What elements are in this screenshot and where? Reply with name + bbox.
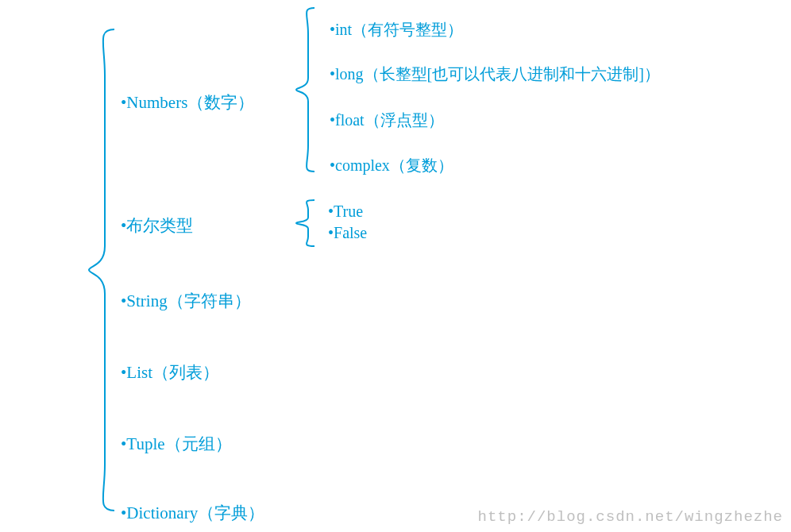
numbers-complex: •complex（复数）: [330, 155, 453, 176]
bool-true: •True: [328, 202, 363, 221]
bool-false: •False: [328, 224, 367, 242]
numbers-float: •float（浮点型）: [330, 110, 444, 131]
level1-numbers: •Numbers（数字）: [121, 91, 254, 114]
level1-dictionary: •Dictionary（字典）: [121, 502, 264, 524]
level1-string: •String（字符串）: [121, 290, 251, 312]
watermark: http://blog.csdn.net/wingzhezhe: [478, 508, 783, 526]
level1-list: •List（列表）: [121, 361, 219, 384]
brace-numbers: [294, 6, 316, 173]
brace-boolean: [294, 199, 316, 248]
level1-boolean: •布尔类型: [121, 214, 193, 237]
diagram-root: •Numbers（数字） •布尔类型 •String（字符串） •List（列表…: [0, 0, 791, 532]
brace-main: [86, 28, 118, 512]
level1-tuple: •Tuple（元组）: [121, 433, 232, 455]
numbers-int: •int（有符号整型）: [330, 19, 463, 40]
numbers-long: •long（长整型[也可以代表八进制和十六进制]）: [330, 64, 660, 85]
